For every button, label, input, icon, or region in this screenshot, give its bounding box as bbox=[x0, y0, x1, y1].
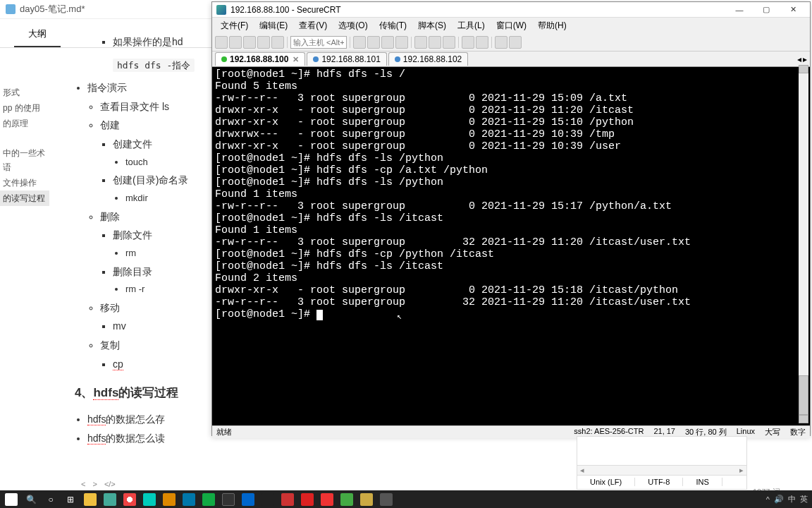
host-input[interactable] bbox=[290, 36, 347, 49]
toolbar-btn[interactable] bbox=[271, 36, 284, 49]
tray-icon[interactable]: 中 bbox=[788, 494, 796, 504]
app-icon[interactable] bbox=[357, 492, 376, 507]
sb-item[interactable]: pp 的使用 bbox=[0, 100, 49, 116]
outline-item[interactable]: 移动 bbox=[100, 298, 211, 318]
maximize-button[interactable]: ▢ bbox=[753, 3, 779, 17]
sb-item[interactable]: 的原理 bbox=[0, 116, 49, 131]
terminal-output[interactable]: [root@node1 ~]# hdfs dfs -ls / Found 5 i… bbox=[212, 67, 810, 425]
toolbar-btn[interactable] bbox=[257, 36, 270, 49]
outline-item[interactable]: 删除目录 bbox=[113, 262, 211, 282]
menu-help[interactable]: 帮助(H) bbox=[532, 18, 572, 33]
toolbar-btn[interactable] bbox=[462, 36, 474, 49]
outline-item[interactable]: cp bbox=[113, 355, 211, 374]
app-icon[interactable] bbox=[278, 492, 297, 507]
menu-script[interactable]: 脚本(S) bbox=[412, 18, 452, 33]
app-icon[interactable] bbox=[337, 492, 357, 507]
scroll-right-icon[interactable]: ▸ bbox=[737, 466, 746, 475]
terminal-scrollbar[interactable] bbox=[799, 65, 808, 423]
toolbar-btn[interactable] bbox=[414, 36, 427, 49]
code-block: hdfs dfs -指令 bbox=[113, 59, 195, 72]
outline-item[interactable]: 创建 bbox=[100, 116, 211, 135]
toolbar-btn[interactable] bbox=[395, 36, 408, 49]
tray-ime-icon[interactable]: 英 bbox=[800, 494, 808, 504]
scroll-down-icon[interactable] bbox=[799, 415, 808, 423]
title-bar[interactable]: 192.168.88.100 - SecureCRT — ▢ ✕ bbox=[212, 2, 810, 18]
vscode-icon[interactable] bbox=[179, 492, 199, 507]
system-tray[interactable]: ^ 🔊 中 英 bbox=[766, 494, 811, 504]
app-icon[interactable] bbox=[219, 492, 238, 507]
start-button[interactable] bbox=[1, 492, 21, 507]
sb-item[interactable]: 形式 bbox=[0, 85, 49, 100]
toolbar-btn[interactable] bbox=[353, 36, 366, 49]
menu-file[interactable]: 文件(F) bbox=[215, 18, 254, 33]
menu-transfer[interactable]: 传输(T) bbox=[374, 18, 412, 33]
toolbar-btn[interactable] bbox=[509, 36, 522, 49]
outline-item[interactable]: 创建文件 bbox=[113, 135, 211, 154]
toolbar-btn[interactable] bbox=[229, 36, 242, 49]
app-icon[interactable] bbox=[317, 492, 337, 507]
scroll-left-icon[interactable]: ◂ bbox=[577, 466, 587, 475]
toolbar-btn[interactable] bbox=[443, 36, 455, 49]
menu-view[interactable]: 查看(V) bbox=[293, 18, 333, 33]
app-icon[interactable] bbox=[376, 492, 396, 507]
outline-tab[interactable]: 大纲 bbox=[14, 22, 61, 47]
toolbar-btn[interactable] bbox=[215, 36, 228, 49]
menu-options[interactable]: 选项(O) bbox=[333, 18, 373, 33]
pycharm-icon[interactable] bbox=[199, 492, 219, 507]
chrome-icon[interactable] bbox=[120, 492, 140, 507]
app-icon[interactable] bbox=[100, 492, 120, 507]
taskview-icon[interactable]: ⊞ bbox=[61, 492, 80, 507]
outline-item[interactable]: 创建(目录)命名录 bbox=[113, 171, 211, 190]
nav-fwd-icon[interactable]: > bbox=[92, 480, 97, 488]
sb-item-active[interactable]: 的读写过程 bbox=[0, 190, 49, 206]
toolbar-btn[interactable] bbox=[367, 36, 380, 49]
outline-item[interactable]: 如果操作的是hd bbox=[113, 32, 211, 52]
scroll-thumb[interactable] bbox=[799, 375, 808, 415]
session-tab[interactable]: 192.168.88.102 bbox=[388, 52, 468, 66]
minimize-button[interactable]: — bbox=[727, 3, 752, 17]
cortana-icon[interactable]: ○ bbox=[41, 492, 61, 507]
toolbar bbox=[212, 33, 810, 52]
tab-next-icon[interactable]: ▸ bbox=[803, 54, 807, 64]
toolbar-btn[interactable] bbox=[476, 36, 488, 49]
session-tab-active[interactable]: 192.168.88.100 ✕ bbox=[215, 52, 305, 66]
app-icon[interactable] bbox=[258, 492, 278, 507]
tab-prev-icon[interactable]: ◂ bbox=[797, 54, 801, 64]
outline-item[interactable]: mv bbox=[113, 317, 211, 336]
close-button[interactable]: ✕ bbox=[780, 3, 806, 17]
tray-icon[interactable]: ^ bbox=[766, 495, 770, 504]
session-tab[interactable]: 192.168.88.101 bbox=[307, 52, 386, 66]
tab-close-icon[interactable]: ✕ bbox=[293, 55, 299, 64]
outline-item[interactable]: 复制 bbox=[100, 336, 211, 355]
app-icon[interactable] bbox=[159, 492, 179, 507]
outline-item[interactable]: touch bbox=[125, 154, 211, 171]
outline-item[interactable]: 删除文件 bbox=[113, 226, 211, 245]
menu-edit[interactable]: 编辑(E) bbox=[254, 18, 293, 33]
menu-window[interactable]: 窗口(W) bbox=[491, 18, 532, 33]
sub-item[interactable]: hdfs的数据怎么存 bbox=[87, 410, 211, 429]
explorer-icon[interactable] bbox=[80, 492, 100, 507]
h-scrollbar[interactable]: ◂ ▸ bbox=[577, 465, 746, 475]
outline-item[interactable]: rm bbox=[125, 245, 211, 262]
outline-item[interactable]: rm -r bbox=[125, 281, 211, 298]
sb-item[interactable]: 中的一些术语 bbox=[0, 145, 49, 175]
nav-back-icon[interactable]: < bbox=[81, 480, 85, 488]
app-icon[interactable] bbox=[238, 492, 258, 507]
edge-icon[interactable] bbox=[140, 492, 159, 507]
outline-item[interactable]: 删除 bbox=[100, 207, 211, 226]
search-icon[interactable]: 🔍 bbox=[21, 492, 41, 507]
code-icon[interactable]: </> bbox=[104, 480, 116, 488]
toolbar-btn[interactable] bbox=[495, 36, 508, 49]
sub-item[interactable]: hdfs的数据怎么读 bbox=[87, 429, 211, 448]
outline-item[interactable]: 指令演示 bbox=[87, 78, 211, 97]
sb-item[interactable]: 文件操作 bbox=[0, 175, 49, 190]
menu-tools[interactable]: 工具(L) bbox=[452, 18, 491, 33]
outline-item[interactable]: mkdir bbox=[125, 190, 211, 207]
toolbar-btn[interactable] bbox=[381, 36, 394, 49]
toolbar-btn[interactable] bbox=[429, 36, 441, 49]
toolbar-btn[interactable] bbox=[243, 36, 256, 49]
scroll-up-icon[interactable] bbox=[799, 65, 808, 73]
tray-icon[interactable]: 🔊 bbox=[774, 495, 784, 504]
outline-item[interactable]: 查看目录文件 ls bbox=[100, 97, 211, 116]
app-icon[interactable] bbox=[297, 492, 317, 507]
